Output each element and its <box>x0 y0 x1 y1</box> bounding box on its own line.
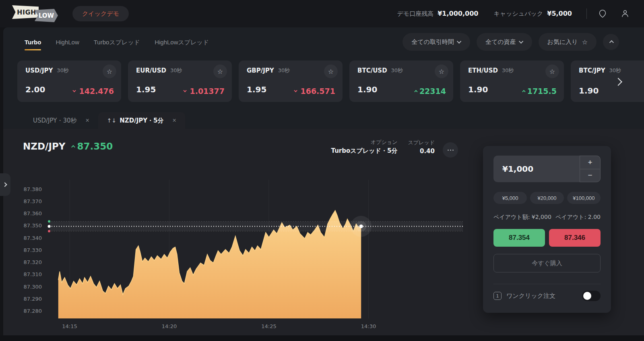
duration-label: 30秒 <box>170 67 182 74</box>
pair-label: BTC/JPY <box>579 67 605 74</box>
price-value: 142.476 <box>74 87 114 96</box>
chart-tab-nzdjpy[interactable]: ↑↓ NZD/JPY・5分 × <box>98 112 185 129</box>
amount-value: ¥1,000 <box>502 156 533 182</box>
payout-rate: 1.90 <box>357 85 377 94</box>
cashback-label: キャッシュバック <box>493 10 543 18</box>
asset-card-gbpjpy[interactable]: GBP/JPY 30秒 ☆ 1.95 166.571 <box>239 60 343 102</box>
payout-amount: ペイアウト額: ¥2,000 <box>493 214 551 221</box>
amount-input[interactable]: ¥1,000 + − <box>493 156 601 182</box>
chart-current-price: 87.350 <box>71 141 113 152</box>
asset-card-usdjpy[interactable]: USD/JPY 30秒 ☆ 2.00 142.476 <box>17 60 121 102</box>
price-value: 1715.5 <box>522 87 557 96</box>
tab-turbo-spread[interactable]: Turboスプレッド <box>92 36 142 46</box>
chart-meta: オプション Turboスプレッド・5分 スプレッド 0.40 <box>331 139 435 155</box>
price-up-icon <box>71 145 75 149</box>
tab-highlow-spread[interactable]: HighLowスプレッド <box>153 36 211 46</box>
price-chart[interactable]: 14:1514:2014:2514:3087.38087.37087.36087… <box>3 173 471 341</box>
chart-tab-usdjpy[interactable]: USD/JPY・30秒 × <box>24 112 98 129</box>
cashback: キャッシュバック ¥5,000 <box>493 10 572 18</box>
payout-rate: 1.95 <box>247 85 266 94</box>
more-options-icon[interactable] <box>443 142 458 158</box>
asset-card-ethusd[interactable]: ETH/USD 30秒 ☆ 1.90 1715.5 <box>460 60 564 102</box>
buy-low-button[interactable]: 87.346 <box>549 229 601 247</box>
collapse-cards-button[interactable] <box>603 34 619 50</box>
cashback-value: ¥5,000 <box>547 10 572 17</box>
favorite-star-icon[interactable]: ☆ <box>213 64 227 78</box>
quick-demo-button[interactable]: クイックデモ <box>72 6 129 21</box>
one-click-icon: 1 <box>493 292 502 300</box>
main-content: Turbo HighLow Turboスプレッド HighLowスプレッド 全て… <box>3 27 644 341</box>
payout-rate: 1.95 <box>136 85 156 94</box>
favorite-star-icon[interactable]: ☆ <box>103 64 116 78</box>
sidebar-expand-button[interactable] <box>0 173 10 196</box>
favorite-star-icon[interactable]: ☆ <box>435 64 448 78</box>
tab-highlow[interactable]: HighLow <box>54 36 80 46</box>
asset-card-btcusd[interactable]: BTC/USD 30秒 ☆ 1.90 22314 <box>349 60 453 102</box>
payout-info: ペイアウト額: ¥2,000 ペイアウト: 2.00 <box>493 214 601 221</box>
option-info: オプション Turboスプレッド・5分 <box>331 139 398 155</box>
active-tab-underline <box>25 49 41 50</box>
price-value: 166.571 <box>295 87 335 96</box>
asset-card-list: USD/JPY 30秒 ☆ 2.00 142.476 EUR/USD 30秒 ☆… <box>17 60 644 102</box>
asset-filter[interactable]: 全ての資産 <box>477 33 532 51</box>
increase-amount-button[interactable]: + <box>580 156 601 169</box>
bottom-edge-strip <box>0 335 644 341</box>
pair-label: GBP/JPY <box>247 67 274 74</box>
close-tab-icon[interactable]: × <box>173 117 176 124</box>
one-click-row: 1 ワンクリック注文 <box>493 284 601 301</box>
price-value: 22314 <box>414 87 446 96</box>
favorite-star-icon[interactable]: ☆ <box>545 64 559 78</box>
chevron-right-icon <box>614 78 622 86</box>
favorite-star-icon[interactable]: ☆ <box>324 64 338 78</box>
buy-now-button[interactable]: 今すぐ購入 <box>493 254 601 272</box>
quick-amount-20000[interactable]: ¥20,000 <box>530 192 564 204</box>
star-icon: ☆ <box>582 38 588 46</box>
chevron-right-icon <box>2 182 7 187</box>
close-tab-icon[interactable]: × <box>86 117 89 124</box>
chart-pair-title: NZD/JPY <box>23 141 66 152</box>
filter-bar: 全ての取引時間 全ての資産 お気に入り☆ <box>402 33 619 51</box>
payout-rate: 1.90 <box>468 85 488 94</box>
price-down-icon <box>184 89 187 92</box>
decrease-amount-button[interactable]: − <box>580 169 601 183</box>
asset-card-btcjpy[interactable]: BTC/JPY 30秒 1.90 <box>571 60 644 102</box>
tab-turbo[interactable]: Turbo <box>23 36 43 50</box>
duration-label: 30秒 <box>57 67 69 74</box>
price-down-icon <box>294 89 297 92</box>
price-value: 1.01377 <box>184 87 225 96</box>
trade-time-filter[interactable]: 全ての取引時間 <box>402 33 470 51</box>
chevron-up-icon <box>609 40 614 45</box>
duration-label: 30秒 <box>502 67 514 74</box>
logo-high-part: HIGH <box>12 5 39 19</box>
open-chart-tabs: USD/JPY・30秒 × ↑↓ NZD/JPY・5分 × <box>24 112 185 129</box>
chevron-down-icon <box>519 39 523 44</box>
duration-label: 30秒 <box>391 67 403 74</box>
price-up-icon <box>414 90 417 93</box>
price-down-icon <box>73 89 76 92</box>
buy-high-button[interactable]: 87.354 <box>493 229 545 247</box>
payout-rate: 1.90 <box>579 86 599 96</box>
topbar-divider <box>586 8 587 19</box>
logo-low-part: LOW <box>35 9 58 22</box>
pair-label: ETH/USD <box>468 67 498 74</box>
chevron-down-icon <box>457 39 461 44</box>
demo-balance-label: デモ口座残高 <box>397 10 434 18</box>
pair-label: USD/JPY <box>25 67 53 74</box>
spread-info: スプレッド 0.40 <box>408 139 435 155</box>
highlow-logo: HIGH LOW <box>12 5 54 22</box>
quick-amount-100000[interactable]: ¥100,000 <box>567 192 601 204</box>
one-click-toggle[interactable] <box>582 291 601 301</box>
trade-panel: ¥1,000 + − ¥5,000 ¥20,000 ¥100,000 ペイアウト… <box>483 146 611 313</box>
demo-balance-value: ¥1,000,000 <box>438 10 478 17</box>
quick-amount-5000[interactable]: ¥5,000 <box>493 192 527 204</box>
option-type-tabs: Turbo HighLow Turboスプレッド HighLowスプレッド <box>23 36 211 50</box>
scroll-cards-right-button[interactable] <box>610 73 626 91</box>
user-account-icon[interactable] <box>618 7 632 21</box>
asset-card-eurusd[interactable]: EUR/USD 30秒 ☆ 1.95 1.01377 <box>128 60 232 102</box>
location-pin-icon[interactable] <box>596 7 609 21</box>
payout-rate: 2.00 <box>25 85 45 94</box>
favorites-filter[interactable]: お気に入り☆ <box>539 33 597 51</box>
pair-label: BTC/USD <box>357 67 387 74</box>
pair-label: EUR/USD <box>136 67 166 74</box>
demo-balance: デモ口座残高 ¥1,000,000 <box>397 10 479 18</box>
